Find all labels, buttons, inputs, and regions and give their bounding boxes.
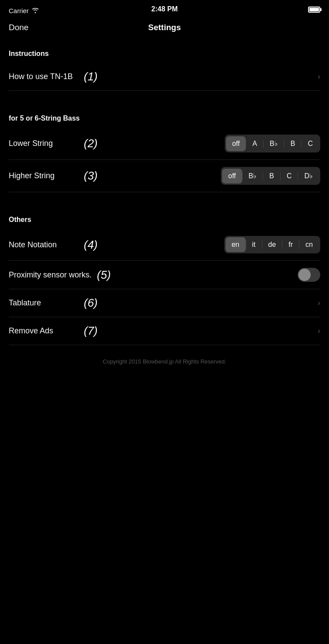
bass-header: for 5 or 6-String Bass	[9, 104, 320, 128]
footer-text: Copyright 2015 Blowbend.jp All Rights Re…	[103, 358, 226, 365]
lower-string-label: Lower String	[9, 139, 79, 148]
tablature-row[interactable]: Tablature (6) ›	[9, 289, 320, 317]
seg-off-lower[interactable]: off	[226, 136, 246, 151]
seg-it[interactable]: it	[246, 237, 262, 252]
tablature-chevron-icon: ›	[318, 298, 320, 308]
others-header: Others	[9, 205, 320, 229]
tablature-number: (6)	[84, 296, 106, 310]
remove-ads-label: Remove Ads	[9, 326, 79, 336]
nav-bar: Done Settings	[0, 19, 329, 39]
higher-string-number: (3)	[84, 169, 106, 183]
seg-en[interactable]: en	[226, 237, 246, 252]
how-to-use-number: (1)	[84, 70, 106, 83]
higher-string-label: Higher String	[9, 171, 79, 180]
seg-bb-lower[interactable]: B♭	[264, 136, 284, 151]
higher-string-segmented[interactable]: off B♭ B C D♭	[221, 167, 320, 185]
seg-c-higher[interactable]: C	[281, 169, 298, 184]
how-to-use-row[interactable]: How to use TN-1B (1) ›	[9, 63, 320, 91]
note-notation-label: Note Notation	[9, 240, 79, 249]
proximity-sensor-number: (5)	[97, 268, 119, 282]
instructions-section: Instructions How to use TN-1B (1) ›	[0, 39, 329, 91]
seg-db-higher[interactable]: D♭	[298, 168, 319, 184]
toggle-knob	[298, 269, 311, 281]
bass-section: for 5 or 6-String Bass Lower String (2) …	[0, 104, 329, 192]
lower-string-number: (2)	[84, 137, 106, 150]
proximity-sensor-row: Proximity sensor works. (5)	[9, 261, 320, 289]
page-title: Settings	[148, 23, 181, 32]
seg-fr[interactable]: fr	[282, 237, 299, 252]
proximity-sensor-label: Proximity sensor works.	[9, 270, 92, 280]
note-notation-row: Note Notation (4) en it de fr cn	[9, 229, 320, 261]
seg-b-higher[interactable]: B	[263, 169, 280, 184]
others-section: Others Note Notation (4) en it de fr cn …	[0, 205, 329, 345]
higher-string-row: Higher String (3) off B♭ B C D♭	[9, 160, 320, 192]
wifi-icon	[31, 7, 39, 14]
carrier-wifi: Carrier	[9, 7, 39, 14]
carrier-label: Carrier	[9, 7, 29, 14]
note-notation-number: (4)	[84, 238, 106, 252]
seg-cn[interactable]: cn	[299, 237, 319, 252]
battery-container	[308, 7, 320, 14]
status-time: 2:48 PM	[151, 5, 178, 13]
remove-ads-chevron-icon: ›	[318, 326, 320, 336]
done-button[interactable]: Done	[9, 23, 28, 32]
how-to-use-label: How to use TN-1B	[9, 72, 79, 81]
seg-bb-higher[interactable]: B♭	[243, 168, 263, 184]
seg-c-lower[interactable]: C	[302, 136, 319, 151]
remove-ads-number: (7)	[84, 324, 106, 338]
footer: Copyright 2015 Blowbend.jp All Rights Re…	[0, 345, 329, 374]
seg-a-lower[interactable]: A	[246, 136, 263, 151]
seg-b-lower[interactable]: B	[284, 136, 302, 151]
instructions-header: Instructions	[9, 39, 320, 63]
seg-off-higher[interactable]: off	[222, 169, 242, 184]
lower-string-row: Lower String (2) off A B♭ B C	[9, 128, 320, 160]
battery-fill	[309, 8, 319, 11]
proximity-toggle[interactable]	[298, 268, 320, 282]
status-bar: Carrier 2:48 PM	[0, 0, 329, 19]
lower-string-segmented[interactable]: off A B♭ B C	[225, 135, 320, 152]
note-notation-segmented[interactable]: en it de fr cn	[224, 236, 320, 253]
remove-ads-row[interactable]: Remove Ads (7) ›	[9, 317, 320, 345]
tablature-label: Tablature	[9, 298, 79, 308]
battery-icon	[308, 7, 320, 13]
chevron-icon: ›	[318, 72, 320, 81]
seg-de[interactable]: de	[262, 237, 282, 252]
